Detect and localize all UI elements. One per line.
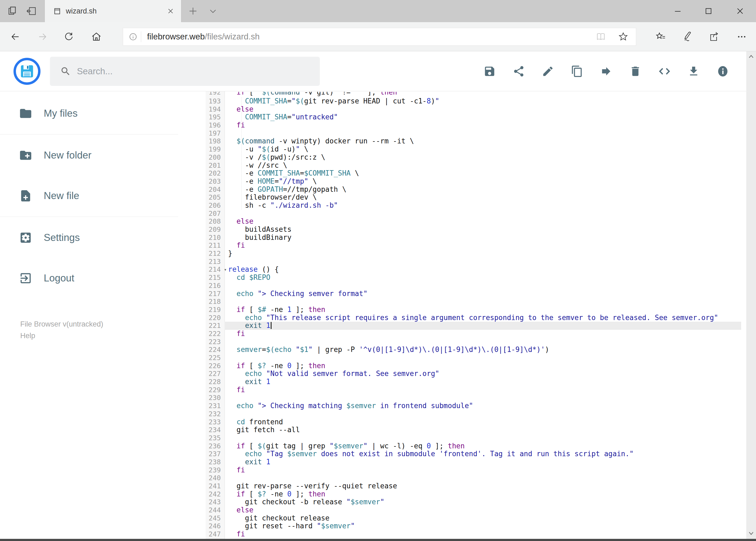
code-line[interactable]: 197 (206, 129, 741, 138)
code-line[interactable]: 247 fi (206, 530, 741, 538)
code-line[interactable]: 242 if [ $? -ne 0 ]; then (206, 490, 741, 498)
code-line[interactable]: 215 cd $REPO (206, 273, 741, 282)
code-line[interactable]: 212} (206, 250, 741, 258)
move-button[interactable] (600, 65, 613, 78)
code-line[interactable]: 239 fi (206, 466, 741, 474)
code-line[interactable]: 222 fi (206, 330, 741, 338)
code-line[interactable]: 237 echo "Tag $semver does not exist in … (206, 450, 741, 458)
url-text[interactable]: filebrowser.web/files/wizard.sh (147, 32, 596, 42)
code-line[interactable]: 238 exit 1 (206, 458, 741, 466)
code-line[interactable]: 200 -v /$(pwd):/src:z \ (206, 154, 741, 162)
code-line[interactable]: 245 git checkout release (206, 514, 741, 522)
maximize-button[interactable] (696, 0, 721, 22)
new-tab-button[interactable] (187, 5, 199, 17)
vertical-scrollbar[interactable] (746, 51, 756, 539)
code-line[interactable]: 194 else (206, 105, 741, 114)
address-bar[interactable]: filebrowser.web/files/wizard.sh (123, 28, 636, 46)
code-line[interactable]: 207 (206, 210, 741, 218)
code-line[interactable]: 199 -u "$(id -u)" \ (206, 145, 741, 154)
code-line[interactable]: 204 -e GOPATH=//tmp/gopath \ (206, 186, 741, 194)
edit-button[interactable] (542, 65, 554, 78)
code-line[interactable]: 227 echo "Not valid semver format. See s… (206, 370, 741, 378)
code-line[interactable]: 218 (206, 297, 741, 306)
hub-favorites-button[interactable] (655, 31, 667, 43)
favorite-star-icon[interactable] (618, 32, 629, 42)
save-button[interactable] (483, 65, 496, 78)
share-button[interactable] (708, 31, 720, 43)
code-line[interactable]: 210 buildBinary (206, 234, 741, 242)
delete-button[interactable] (629, 65, 641, 78)
code-line[interactable]: 205 filebrowser/dev \ (206, 194, 741, 202)
code-line[interactable]: 223 (206, 338, 741, 346)
download-button[interactable] (687, 65, 700, 78)
code-line[interactable]: 196 fi (206, 121, 741, 129)
horizontal-scrollbar[interactable] (0, 539, 756, 541)
code-line[interactable]: 216 (206, 282, 741, 290)
code-line[interactable]: 233 cd frontend (206, 418, 741, 426)
code-line[interactable]: 198 $(command -v winpty) docker run --rm… (206, 137, 741, 145)
tab-close-icon[interactable] (167, 8, 174, 15)
more-ellipsis-button[interactable] (736, 31, 748, 43)
help-link[interactable]: Help (20, 332, 35, 340)
copy-button[interactable] (571, 65, 583, 78)
search-input[interactable] (76, 66, 320, 77)
browser-tab[interactable]: wizard.sh (45, 0, 181, 22)
share-file-button[interactable] (513, 65, 525, 78)
code-line[interactable]: 241 git rev-parse --verify --quiet relea… (206, 482, 741, 490)
code-line[interactable]: 226 if [ $? -ne 0 ]; then (206, 362, 741, 370)
code-line[interactable]: 230 (206, 394, 741, 402)
code-line[interactable]: 217 echo "> Checking semver format" (206, 290, 741, 298)
code-line[interactable]: 206 sh -c "./wizard.sh -b" (206, 202, 741, 210)
code-line[interactable]: 213 (206, 258, 741, 266)
site-info-icon[interactable] (129, 33, 137, 41)
code-line[interactable]: 209 buildAssets (206, 226, 741, 234)
code-line[interactable]: 225 (206, 354, 741, 362)
code-line[interactable]: 224 semver=$(echo "$1" | grep -P '^v(0|[… (206, 346, 741, 354)
code-line[interactable]: 231 echo "> Checking matching $semver in… (206, 402, 741, 410)
code-line[interactable]: 193 COMMIT_SHA="$(git rev-parse HEAD | c… (206, 97, 741, 105)
code-line[interactable]: 211 fi (206, 242, 741, 250)
code-line[interactable]: 243 git checkout -b release "$semver" (206, 498, 741, 506)
code-line[interactable]: 228 exit 1 (206, 378, 741, 386)
home-button[interactable] (91, 31, 102, 43)
code-line[interactable]: 201 -w //src \ (206, 162, 741, 170)
code-line[interactable]: 195 COMMIT_SHA="untracked" (206, 113, 741, 121)
code-line[interactable]: 240 (206, 474, 741, 482)
sidebar-item-new-folder[interactable]: New folder (0, 141, 178, 170)
search-bar[interactable] (50, 57, 320, 86)
code-line[interactable]: 202 -e COMMIT_SHA=$COMMIT_SHA \ (206, 169, 741, 178)
code-line[interactable]: 220 echo "This release script requires a… (206, 314, 741, 322)
sidebar-item-logout[interactable]: Logout (0, 264, 178, 293)
sidebar-item-settings[interactable]: Settings (0, 223, 178, 253)
refresh-button[interactable] (63, 31, 75, 43)
info-button[interactable] (717, 65, 729, 78)
scroll-down-icon[interactable] (748, 530, 754, 536)
sidebar-item-my-files[interactable]: My files (0, 99, 178, 128)
code-editor[interactable]: 192 if [ "$(command -v git)" != "" ]; th… (178, 91, 756, 539)
code-line[interactable]: 203 -e HOME="//tmp" \ (206, 178, 741, 186)
forward-button[interactable] (36, 31, 48, 43)
code-line-active[interactable]: 221 exit 1 (206, 322, 741, 330)
code-line[interactable]: 214▾release () { (206, 266, 741, 273)
code-view-button[interactable] (658, 65, 671, 78)
code-line[interactable]: 229 fi (206, 386, 741, 394)
scroll-up-icon[interactable] (748, 54, 754, 60)
close-window-button[interactable] (728, 0, 752, 22)
sidebar-item-new-file[interactable]: New file (0, 181, 178, 211)
code-line[interactable]: 235 (206, 434, 741, 442)
code-line[interactable]: 208 else (206, 218, 741, 226)
code-line[interactable]: 192 if [ "$(command -v git)" != "" ]; th… (206, 92, 741, 97)
web-notes-pen-button[interactable] (681, 31, 693, 43)
code-line[interactable]: 246 git reset --hard "$semver" (206, 522, 741, 530)
code-line[interactable]: 232 (206, 410, 741, 418)
set-tabs-aside-button[interactable] (25, 5, 38, 17)
fold-arrow-icon[interactable]: ▾ (224, 266, 227, 274)
tab-list-chevron-icon[interactable] (207, 5, 219, 17)
code-line[interactable]: 236 if [ $(git tag | grep "$semver" | wc… (206, 442, 741, 450)
back-button[interactable] (9, 31, 21, 43)
code-line[interactable]: 219 if [ $# -ne 1 ]; then (206, 306, 741, 314)
tab-preview-button[interactable] (6, 5, 19, 17)
code-line[interactable]: 244 else (206, 506, 741, 514)
minimize-button[interactable] (665, 0, 690, 22)
code-line[interactable]: 234 git fetch --all (206, 426, 741, 434)
